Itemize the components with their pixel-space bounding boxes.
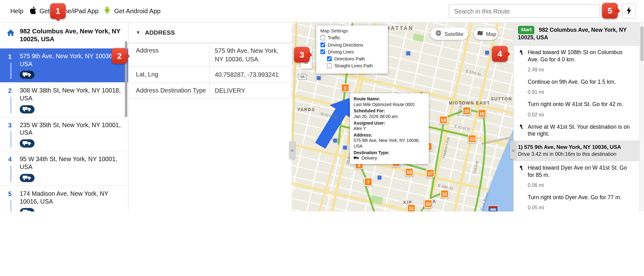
direction-text: Head toward Dyer Ave on W 41st St. Go fo… <box>528 164 635 179</box>
vehicle-badge[interactable] <box>20 174 35 182</box>
details-value: 575 9th Ave, New York, NY 10036, USA <box>209 43 291 66</box>
stop-item[interactable]: 4 95 W 34th St, New York, NY 10001, USA <box>0 151 128 186</box>
details-row: Lat, Lng 40.758287, -73.993241 <box>129 67 292 83</box>
map-marker[interactable]: 10 <box>424 199 432 208</box>
ios-app-label: Get iPhone/iPad App <box>39 8 98 15</box>
vehicle-badge[interactable] <box>20 105 35 113</box>
direction-step: Turn right onto W 41st St. Go for 42 m. … <box>514 98 640 120</box>
map-setting-label: Driving Directions <box>328 42 363 48</box>
folded-map-icon <box>477 30 483 37</box>
vehicle-badge[interactable] <box>20 139 35 148</box>
stop-timeline-bar <box>10 165 12 182</box>
direction-text: Turn right onto W 41st St. Go for 42 m. <box>528 101 635 108</box>
map-marker[interactable]: 13 <box>468 134 476 143</box>
direction-text: Head toward W 108th St on Columbus Ave. … <box>528 49 635 63</box>
direction-step: Head toward W 108th St on Columbus Ave. … <box>514 46 640 75</box>
lightning-icon <box>626 6 631 16</box>
address-section-header[interactable]: ▼ ADDRESS <box>129 22 292 43</box>
map-setting-checkbox[interactable] <box>327 63 332 68</box>
map-legend-button[interactable]: Map Legend <box>474 28 498 40</box>
map-setting-label: Straight-Lines Path <box>334 63 373 68</box>
map-canvas[interactable]: MANHATTANMIDTOWN EASTSUTTONYARDSKIPBAUNI… <box>291 22 513 211</box>
tooltip-route-name-label: Route Name: <box>354 96 425 102</box>
callout-4: 4 <box>492 46 508 62</box>
map-marker[interactable]: 16 <box>478 109 486 117</box>
truck-icon <box>23 140 32 147</box>
map-marker[interactable]: 17 <box>426 169 434 177</box>
stop-item[interactable]: 3 235 W 35th St, New York, NY 10001, USA <box>0 117 128 151</box>
leg-header: 1) 575 9th Ave, New York, NY 10036, USA … <box>514 141 640 161</box>
depot-address: 982 Columbus Ave, New York, NY 10025, US… <box>20 27 123 43</box>
apple-icon <box>30 6 36 16</box>
map-setting-checkbox[interactable] <box>320 42 325 48</box>
details-value: DELIVERY <box>209 83 291 98</box>
tooltip-address: 575 9th Ave, New York, NY 10036, USA <box>354 138 425 149</box>
vehicle-badge[interactable] <box>20 208 35 211</box>
map-marker[interactable]: 12 <box>440 189 449 198</box>
transit-icon <box>342 145 347 150</box>
stop-item[interactable]: 1 575 9th Ave, New York, NY 10036, USA <box>0 48 128 83</box>
directions-scrollbar-thumb[interactable] <box>640 26 643 61</box>
map-marker[interactable]: 7 <box>364 177 372 186</box>
callout-5: 5 <box>602 3 618 19</box>
directions-panel: Start 982 Columbus Ave, New York, NY 100… <box>514 22 644 211</box>
stop-item[interactable]: 2 308 W 38th St, New York, NY 10018, USA <box>0 83 128 117</box>
satellite-button[interactable]: Satellite <box>430 28 468 40</box>
map-setting-option[interactable]: Driving Directions <box>320 42 384 48</box>
stop-number: 3 <box>8 121 12 128</box>
map-marker[interactable]: 15 <box>463 106 471 115</box>
satellite-label: Satellite <box>444 31 463 37</box>
stop-item[interactable]: 5 174 Madison Ave, New York, NY 10016, U… <box>0 186 128 211</box>
map-settings-popup: Map Settings Traffic Driving Directions <box>316 25 388 74</box>
turn-arrow-icon <box>518 165 525 172</box>
direction-entry: Turn right onto W 41st St. Go for 42 m. … <box>514 98 640 120</box>
details-row: Address Destination Type DELIVERY <box>129 83 292 99</box>
tooltip-user: Alex Y <box>354 126 425 132</box>
map-setting-option[interactable]: Straight-Lines Path <box>327 63 384 68</box>
flash-button[interactable] <box>622 4 636 19</box>
android-app-link[interactable]: Get Android App <box>103 0 160 22</box>
help-link[interactable]: Help <box>10 0 24 22</box>
truck-icon <box>23 71 32 79</box>
map-marker[interactable]: 11 <box>407 204 415 211</box>
directions-list: Head toward W 108th St on Columbus Ave. … <box>514 46 640 211</box>
stop-timeline-bar <box>10 97 12 113</box>
search-input[interactable] <box>449 4 600 18</box>
main-content: 982 Columbus Ave, New York, NY 10025, US… <box>0 22 644 211</box>
map-marker[interactable]: 1 <box>341 83 349 92</box>
stop-number: 1 <box>8 53 12 60</box>
map-setting-option[interactable]: Directions Path <box>327 56 384 61</box>
stop-number: 2 <box>8 87 12 94</box>
directions-scrollbar-track[interactable] <box>640 22 644 211</box>
depot-row[interactable]: 982 Columbus Ave, New York, NY 10025, US… <box>0 22 128 48</box>
direction-entry: Head toward Dyer Ave on W 41st St. Go fo… <box>514 161 640 191</box>
map-setting-option[interactable]: Driving Lines <box>320 49 384 54</box>
map-setting-checkbox[interactable] <box>320 49 325 54</box>
transit-icon <box>485 50 490 55</box>
collapse-left-handle[interactable]: « <box>289 141 296 159</box>
direction-step: Continue on 9th Ave. Go for 1.5 km. 0.91… <box>514 75 640 98</box>
direction-text: Arrive at W 41st St. Your destination is… <box>528 123 635 138</box>
map-setting-option[interactable]: Traffic <box>320 35 384 40</box>
vehicle-badge[interactable] <box>20 71 35 79</box>
app: Help Get iPhone/iPad App Get Android App… <box>0 0 644 211</box>
direction-step: Arrive at W 41st St. Your destination is… <box>514 120 640 138</box>
direction-entry: 1) 575 9th Ave, New York, NY 10036, USA … <box>514 141 640 161</box>
map-marker[interactable]: 18 <box>405 168 414 176</box>
truck-icon <box>23 209 32 211</box>
turn-arrow-icon <box>518 49 525 57</box>
tooltip-type-label: Destination Type: <box>354 150 425 155</box>
truck-icon <box>23 105 32 113</box>
tooltip-user-label: Assigned User: <box>354 120 425 126</box>
collapse-right-handle[interactable]: » <box>510 141 516 159</box>
map-marker[interactable]: 14 <box>439 115 447 124</box>
map-settings-title: Map Settings <box>320 28 384 33</box>
map-setting-checkbox[interactable] <box>327 56 332 61</box>
details-label: Lat, Lng <box>129 67 209 82</box>
chevron-down-icon: ▼ <box>136 30 140 35</box>
map-setting-checkbox[interactable] <box>320 35 325 40</box>
direction-entry: Arrive at W 41st St. Your destination is… <box>514 120 640 138</box>
start-block: Start 982 Columbus Ave, New York, NY 100… <box>514 22 640 46</box>
transit-icon <box>406 51 411 56</box>
direction-entry: Turn right onto Dyer Ave. Go for 77 m. 0… <box>514 191 640 211</box>
